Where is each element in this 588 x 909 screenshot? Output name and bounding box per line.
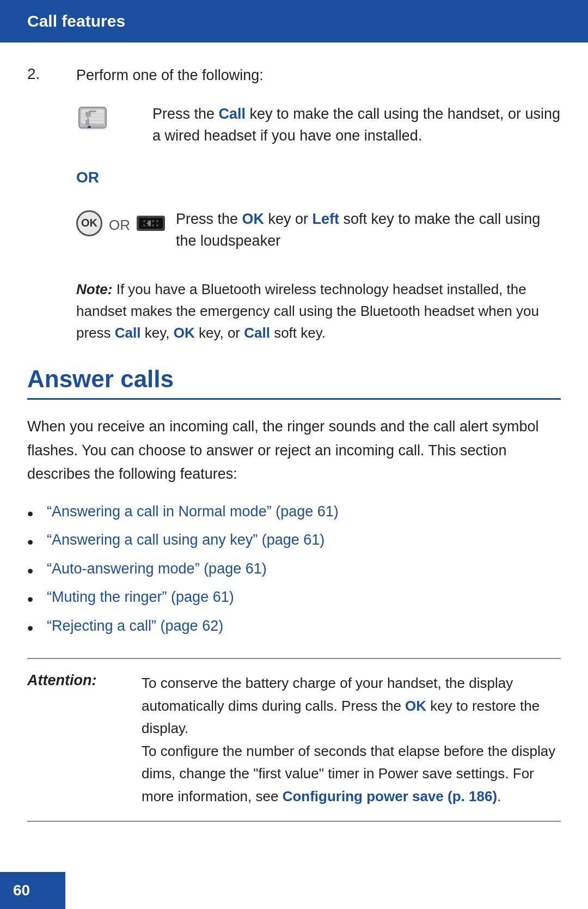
step2-area: 2. Perform one of the following:	[27, 64, 561, 344]
attention-content: To conserve the battery charge of your h…	[142, 672, 561, 808]
header-title: Call features	[27, 12, 125, 30]
list-item: • “Rejecting a call” (page 62)	[27, 618, 561, 638]
bullet-link-1[interactable]: “Answering a call in Normal mode” (page …	[47, 503, 339, 520]
or-inline-text: OR	[109, 212, 130, 234]
speaker-icon	[137, 211, 165, 235]
page-header: Call features	[0, 0, 588, 42]
svg-point-17	[156, 220, 158, 222]
or-label: OR	[76, 169, 561, 186]
option2-text: Press the OK key or Left soft key to mak…	[176, 211, 540, 249]
svg-rect-7	[96, 126, 100, 128]
bullet-dot: •	[27, 589, 38, 609]
bullet-dot: •	[27, 503, 38, 524]
ok-link-1: OK	[242, 211, 265, 227]
bullet-link-4[interactable]: “Muting the ringer” (page 61)	[47, 589, 234, 606]
svg-point-20	[152, 224, 154, 227]
bullet-link-5[interactable]: “Rejecting a call” (page 62)	[47, 618, 223, 635]
page-footer: 60	[0, 872, 65, 909]
option1-text: Press the Call key to make the call usin…	[152, 106, 560, 144]
bullet-link-3[interactable]: “Auto-answering mode” (page 61)	[47, 560, 267, 577]
answer-calls-heading: Answer calls	[27, 365, 561, 400]
call-link-2: Call	[115, 325, 141, 341]
call-link-1: Call	[219, 106, 246, 122]
step2-row: 2. Perform one of the following:	[27, 64, 561, 87]
attention-box: Attention: To conserve the battery charg…	[27, 658, 561, 822]
svg-point-16	[152, 220, 154, 222]
note-label: Note:	[76, 281, 112, 297]
list-item: • “Answering a call using any key” (page…	[27, 532, 561, 552]
config-power-link[interactable]: Configuring power save (p. 186)	[283, 788, 497, 804]
list-item: • “Answering a call in Normal mode” (pag…	[27, 503, 561, 524]
svg-point-18	[143, 224, 145, 227]
option1-row: Press the Call key to make the call usin…	[76, 103, 561, 147]
main-content: 2. Perform one of the following:	[0, 42, 588, 865]
left-link: Left	[313, 211, 340, 227]
handset-icon	[76, 105, 109, 135]
ok-button-icon: OK	[76, 210, 102, 236]
list-item: • “Muting the ringer” (page 61)	[27, 589, 561, 609]
svg-rect-4	[83, 126, 87, 128]
bullet-dot: •	[27, 618, 38, 638]
note-block: Note: If you have a Bluetooth wireless t…	[76, 278, 561, 344]
option1-content: Press the Call key to make the call usin…	[152, 103, 561, 147]
ok-link-2: OK	[174, 325, 195, 341]
svg-point-14	[143, 220, 145, 222]
step2-intro: Perform one of the following:	[76, 64, 264, 87]
option2-content: Press the OK key or Left soft key to mak…	[176, 208, 561, 252]
svg-rect-8	[101, 126, 104, 128]
option2-row: OK OR	[76, 208, 561, 252]
bullet-dot: •	[27, 532, 38, 552]
svg-rect-5	[88, 126, 91, 128]
phone-icon-block	[76, 103, 142, 135]
call-link-3: Call	[244, 325, 270, 341]
page-number: 60	[13, 882, 30, 899]
attention-label: Attention:	[27, 672, 131, 689]
list-item: • “Auto-answering mode” (page 61)	[27, 560, 561, 581]
bullet-link-2[interactable]: “Answering a call using any key” (page 6…	[47, 532, 324, 548]
svg-rect-6	[92, 126, 95, 128]
svg-point-21	[156, 224, 158, 227]
bullet-dot: •	[27, 560, 38, 581]
ok-speaker-icon-block: OK OR	[76, 208, 165, 236]
step-number: 2.	[27, 64, 60, 83]
ok-link-attention: OK	[405, 698, 426, 714]
answer-calls-intro: When you receive an incoming call, the r…	[27, 415, 561, 486]
feature-list: • “Answering a call in Normal mode” (pag…	[27, 503, 561, 638]
